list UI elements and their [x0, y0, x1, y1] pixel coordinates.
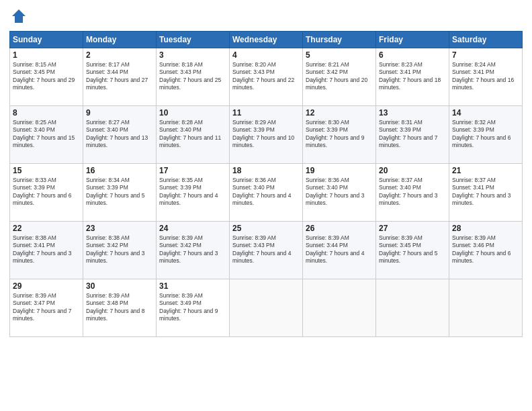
col-header-thursday: Thursday: [303, 32, 376, 48]
calendar-cell: 20Sunrise: 8:37 AMSunset: 3:40 PMDayligh…: [376, 164, 449, 222]
calendar-cell: 28Sunrise: 8:39 AMSunset: 3:46 PMDayligh…: [449, 222, 523, 279]
col-header-saturday: Saturday: [449, 32, 523, 48]
calendar-cell: 1Sunrise: 8:15 AMSunset: 3:45 PMDaylight…: [10, 48, 83, 106]
day-info: Sunrise: 8:33 AMSunset: 3:39 PMDaylight:…: [13, 177, 80, 208]
calendar-cell: [230, 279, 303, 337]
calendar-cell: 14Sunrise: 8:32 AMSunset: 3:39 PMDayligh…: [449, 106, 523, 164]
calendar-cell: 27Sunrise: 8:39 AMSunset: 3:45 PMDayligh…: [376, 222, 449, 279]
calendar-cell: 7Sunrise: 8:24 AMSunset: 3:41 PMDaylight…: [449, 48, 523, 106]
calendar-cell: 16Sunrise: 8:34 AMSunset: 3:39 PMDayligh…: [83, 164, 157, 222]
day-info: Sunrise: 8:25 AMSunset: 3:40 PMDaylight:…: [13, 119, 80, 150]
day-info: Sunrise: 8:15 AMSunset: 3:45 PMDaylight:…: [13, 61, 80, 92]
calendar-week-4: 22Sunrise: 8:38 AMSunset: 3:41 PMDayligh…: [10, 222, 523, 279]
calendar-cell: 6Sunrise: 8:23 AMSunset: 3:41 PMDaylight…: [376, 48, 449, 106]
day-info: Sunrise: 8:21 AMSunset: 3:42 PMDaylight:…: [306, 61, 373, 92]
day-info: Sunrise: 8:39 AMSunset: 3:45 PMDaylight:…: [379, 234, 446, 265]
calendar-cell: 11Sunrise: 8:29 AMSunset: 3:39 PMDayligh…: [230, 106, 303, 164]
day-info: Sunrise: 8:29 AMSunset: 3:39 PMDaylight:…: [232, 119, 300, 150]
calendar-cell: 4Sunrise: 8:20 AMSunset: 3:43 PMDaylight…: [230, 48, 303, 106]
calendar-cell: 26Sunrise: 8:39 AMSunset: 3:44 PMDayligh…: [303, 222, 376, 279]
day-number: 6: [379, 50, 446, 60]
day-number: 4: [232, 50, 300, 60]
calendar-cell: 10Sunrise: 8:28 AMSunset: 3:40 PMDayligh…: [157, 106, 230, 164]
day-info: Sunrise: 8:39 AMSunset: 3:49 PMDaylight:…: [159, 292, 226, 323]
day-info: Sunrise: 8:39 AMSunset: 3:44 PMDaylight:…: [306, 234, 373, 265]
calendar-week-2: 8Sunrise: 8:25 AMSunset: 3:40 PMDaylight…: [10, 106, 523, 164]
day-number: 1: [13, 50, 80, 60]
day-info: Sunrise: 8:20 AMSunset: 3:43 PMDaylight:…: [232, 61, 300, 92]
day-number: 20: [379, 166, 446, 175]
calendar-cell: 13Sunrise: 8:31 AMSunset: 3:39 PMDayligh…: [376, 106, 449, 164]
calendar-cell: 2Sunrise: 8:17 AMSunset: 3:44 PMDaylight…: [83, 48, 157, 106]
calendar-cell: 30Sunrise: 8:39 AMSunset: 3:48 PMDayligh…: [83, 279, 157, 337]
day-number: 15: [13, 166, 80, 175]
day-info: Sunrise: 8:36 AMSunset: 3:40 PMDaylight:…: [306, 177, 373, 208]
day-info: Sunrise: 8:27 AMSunset: 3:40 PMDaylight:…: [86, 119, 153, 150]
calendar-cell: 24Sunrise: 8:39 AMSunset: 3:42 PMDayligh…: [157, 222, 230, 279]
calendar-week-3: 15Sunrise: 8:33 AMSunset: 3:39 PMDayligh…: [10, 164, 523, 222]
day-number: 21: [452, 166, 519, 175]
calendar-header-row: SundayMondayTuesdayWednesdayThursdayFrid…: [10, 32, 523, 48]
calendar-cell: 3Sunrise: 8:18 AMSunset: 3:43 PMDaylight…: [157, 48, 230, 106]
day-number: 10: [159, 108, 226, 118]
day-info: Sunrise: 8:24 AMSunset: 3:41 PMDaylight:…: [452, 61, 519, 92]
calendar-cell: [303, 279, 376, 337]
day-number: 16: [86, 166, 153, 175]
calendar-cell: 22Sunrise: 8:38 AMSunset: 3:41 PMDayligh…: [10, 222, 83, 279]
day-info: Sunrise: 8:37 AMSunset: 3:40 PMDaylight:…: [379, 177, 446, 208]
calendar-cell: 23Sunrise: 8:38 AMSunset: 3:42 PMDayligh…: [83, 222, 157, 279]
day-info: Sunrise: 8:39 AMSunset: 3:42 PMDaylight:…: [159, 234, 226, 265]
calendar-cell: 5Sunrise: 8:21 AMSunset: 3:42 PMDaylight…: [303, 48, 376, 106]
svg-marker-0: [12, 9, 26, 23]
calendar-cell: [376, 279, 449, 337]
day-number: 9: [86, 108, 153, 118]
day-info: Sunrise: 8:32 AMSunset: 3:39 PMDaylight:…: [452, 119, 519, 150]
day-number: 18: [232, 166, 300, 175]
day-info: Sunrise: 8:31 AMSunset: 3:39 PMDaylight:…: [379, 119, 446, 150]
day-info: Sunrise: 8:28 AMSunset: 3:40 PMDaylight:…: [159, 119, 226, 150]
calendar-cell: 8Sunrise: 8:25 AMSunset: 3:40 PMDaylight…: [10, 106, 83, 164]
day-info: Sunrise: 8:36 AMSunset: 3:40 PMDaylight:…: [232, 177, 300, 208]
calendar-cell: 25Sunrise: 8:39 AMSunset: 3:43 PMDayligh…: [230, 222, 303, 279]
day-number: 13: [379, 108, 446, 118]
calendar-cell: 15Sunrise: 8:33 AMSunset: 3:39 PMDayligh…: [10, 164, 83, 222]
day-number: 22: [13, 224, 80, 233]
calendar-cell: 19Sunrise: 8:36 AMSunset: 3:40 PMDayligh…: [303, 164, 376, 222]
day-number: 12: [306, 108, 373, 118]
day-number: 17: [159, 166, 226, 175]
col-header-sunday: Sunday: [10, 32, 83, 48]
day-number: 27: [379, 224, 446, 233]
day-number: 19: [306, 166, 373, 175]
col-header-wednesday: Wednesday: [230, 32, 303, 48]
day-info: Sunrise: 8:18 AMSunset: 3:43 PMDaylight:…: [159, 61, 226, 92]
day-info: Sunrise: 8:38 AMSunset: 3:42 PMDaylight:…: [86, 234, 153, 265]
day-number: 11: [232, 108, 300, 118]
calendar-cell: 21Sunrise: 8:37 AMSunset: 3:41 PMDayligh…: [449, 164, 523, 222]
day-number: 8: [13, 108, 80, 118]
day-number: 3: [159, 50, 226, 60]
day-number: 5: [306, 50, 373, 60]
day-number: 7: [452, 50, 519, 60]
day-info: Sunrise: 8:17 AMSunset: 3:44 PMDaylight:…: [86, 61, 153, 92]
day-info: Sunrise: 8:30 AMSunset: 3:39 PMDaylight:…: [306, 119, 373, 150]
day-info: Sunrise: 8:34 AMSunset: 3:39 PMDaylight:…: [86, 177, 153, 208]
day-number: 24: [159, 224, 226, 233]
day-info: Sunrise: 8:23 AMSunset: 3:41 PMDaylight:…: [379, 61, 446, 92]
page-header: [9, 7, 523, 26]
day-info: Sunrise: 8:38 AMSunset: 3:41 PMDaylight:…: [13, 234, 80, 265]
calendar-cell: 9Sunrise: 8:27 AMSunset: 3:40 PMDaylight…: [83, 106, 157, 164]
day-number: 25: [232, 224, 300, 233]
day-number: 28: [452, 224, 519, 233]
col-header-monday: Monday: [83, 32, 157, 48]
calendar-week-1: 1Sunrise: 8:15 AMSunset: 3:45 PMDaylight…: [10, 48, 523, 106]
day-number: 23: [86, 224, 153, 233]
day-number: 31: [159, 281, 226, 291]
day-info: Sunrise: 8:39 AMSunset: 3:46 PMDaylight:…: [452, 234, 519, 265]
calendar-cell: 18Sunrise: 8:36 AMSunset: 3:40 PMDayligh…: [230, 164, 303, 222]
calendar-cell: [449, 279, 523, 337]
calendar-table: SundayMondayTuesdayWednesdayThursdayFrid…: [9, 31, 523, 337]
logo-icon: [9, 7, 28, 26]
day-number: 26: [306, 224, 373, 233]
day-number: 14: [452, 108, 519, 118]
day-info: Sunrise: 8:35 AMSunset: 3:39 PMDaylight:…: [159, 177, 226, 208]
